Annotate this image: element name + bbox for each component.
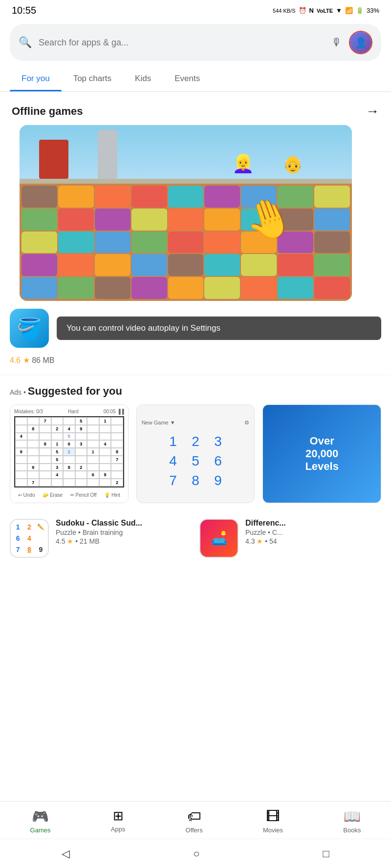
numpad-row-2: 4 5 6 (165, 453, 226, 469)
nfc-icon: N (309, 7, 314, 14)
difference-app-name: Differenc... (245, 519, 381, 528)
bottom-nav: 🎮 Games ⊞ Apps 🏷 Offers 🎞 Movies 📖 Books (0, 801, 391, 839)
books-icon: 📖 (344, 808, 361, 825)
offers-icon: 🏷 (187, 808, 201, 825)
back-button[interactable]: ◁ (62, 847, 70, 860)
user-avatar-wrap[interactable]: 👤 (349, 31, 372, 54)
ads-suggested-title: Suggested for you (28, 385, 122, 397)
offline-games-header: Offline games → (0, 92, 391, 125)
numpad-row-3: 7 8 9 (165, 473, 226, 488)
banner-scene: 👱‍♀️ 👴 🤚 (20, 125, 352, 301)
autoplay-toast: You can control video autoplay in Settin… (57, 317, 381, 340)
mic-icon[interactable]: 🎙 (331, 36, 342, 49)
levels-ad-card[interactable]: Over 20,000 Levels (262, 404, 381, 503)
game-banner[interactable]: 👱‍♀️ 👴 🤚 (20, 125, 352, 301)
games-icon: 🎮 (32, 808, 49, 825)
nav-books[interactable]: 📖 Books (343, 808, 361, 834)
system-nav: ◁ ○ □ (0, 839, 391, 868)
sudoku-app-item[interactable]: 1 2 ✏️ 6 4 7 8 9 Sudoku - Classic Sud...… (10, 519, 192, 558)
wifi-icon: ▼ (336, 7, 342, 14)
game-meta: 4.6 ★ 86 MB (0, 356, 391, 370)
battery-percent: 33% (367, 7, 379, 14)
game-size: 86 MB (32, 356, 54, 364)
nav-games[interactable]: 🎮 Games (30, 808, 51, 834)
movies-icon: 🎞 (266, 808, 280, 825)
status-icons: 544 KB/S ⏰ N VoLTE ▼ 📶 🔋 33% (273, 7, 379, 14)
nav-offers[interactable]: 🏷 Offers (186, 808, 203, 834)
recents-button[interactable]: □ (323, 847, 329, 860)
difference-app-category: Puzzle • C... (245, 529, 381, 536)
books-label: Books (343, 826, 361, 834)
sudoku-ad-card[interactable]: Mistakes: 0/3 Hard 00:05 ▐▐ 7 5 1 (10, 404, 129, 503)
status-bar: 10:55 544 KB/S ⏰ N VoLTE ▼ 📶 🔋 33% (0, 0, 391, 19)
ads-section: Ads • Suggested for you Mistakes: 0/3 Ha… (0, 375, 391, 509)
data-speed: 544 KB/S (273, 8, 295, 14)
home-button[interactable]: ○ (193, 847, 199, 860)
nav-movies[interactable]: 🎞 Movies (263, 808, 283, 834)
tab-events[interactable]: Events (163, 66, 212, 91)
numpad-row-1: 1 2 3 (165, 434, 226, 449)
sudoku-app-thumb: 1 2 ✏️ 6 4 7 8 9 (10, 519, 49, 558)
sudoku-screenshot: Mistakes: 0/3 Hard 00:05 ▐▐ 7 5 1 (10, 405, 128, 503)
games-label: Games (30, 826, 51, 834)
volte-icon: VoLTE (317, 8, 333, 14)
sudoku-app-name: Sudoku - Classic Sud... (56, 519, 192, 528)
offline-games-arrow[interactable]: → (366, 104, 379, 119)
search-icon: 🔍 (19, 36, 32, 49)
levels-screenshot: Over 20,000 Levels (263, 405, 381, 503)
tab-kids[interactable]: Kids (123, 66, 163, 91)
game-icon: 🪣 (10, 309, 49, 348)
signal-icon: 📶 (345, 7, 353, 14)
numpad-ad-card[interactable]: New Game ▼ ⚙ 1 2 3 4 5 6 7 8 9 (136, 404, 255, 503)
sudoku-app-rating: 4.5 ★ • 21 MB (56, 537, 192, 545)
apps-label: Apps (111, 826, 126, 833)
avatar: 👤 (350, 32, 371, 53)
tab-top-charts[interactable]: Top charts (62, 66, 123, 91)
banner-info: 🪣 You can control video autoplay in Sett… (0, 301, 391, 356)
offline-games-title: Offline games (12, 105, 83, 118)
sudoku-grid: 7 5 1 8 2 4 9 (14, 416, 124, 487)
alarm-icon: ⏰ (299, 7, 306, 14)
apps-icon: ⊞ (113, 808, 124, 824)
difference-app-info: Differenc... Puzzle • C... 4.3 ★ • 54 (245, 519, 381, 545)
difference-app-rating: 4.3 ★ • 54 (245, 537, 381, 545)
sudoku-app-category: Puzzle • Brain training (56, 529, 192, 536)
sudoku-app-info: Sudoku - Classic Sud... Puzzle • Brain t… (56, 519, 192, 545)
battery-icon: 🔋 (356, 7, 364, 14)
rating-stars: 4.6 (10, 356, 21, 364)
tab-bar: For you Top charts Kids Events (0, 66, 391, 92)
match3-grid (20, 184, 352, 301)
search-bar[interactable]: 🔍 🎙 👤 (10, 24, 381, 61)
tab-for-you[interactable]: For you (10, 66, 62, 91)
movies-label: Movies (263, 826, 283, 834)
offers-label: Offers (186, 826, 203, 834)
numpad-screenshot: New Game ▼ ⚙ 1 2 3 4 5 6 7 8 9 (137, 405, 255, 503)
search-input[interactable] (39, 38, 325, 48)
difference-app-thumb: 🛋️ (199, 519, 239, 558)
difference-app-item[interactable]: 🛋️ Differenc... Puzzle • C... 4.3 ★ • 54 (199, 519, 381, 558)
status-time: 10:55 (12, 5, 36, 16)
nav-apps[interactable]: ⊞ Apps (111, 808, 126, 834)
app-list: 1 2 ✏️ 6 4 7 8 9 Sudoku - Classic Sud...… (0, 519, 391, 558)
ads-cards-row: Mistakes: 0/3 Hard 00:05 ▐▐ 7 5 1 (10, 404, 381, 503)
